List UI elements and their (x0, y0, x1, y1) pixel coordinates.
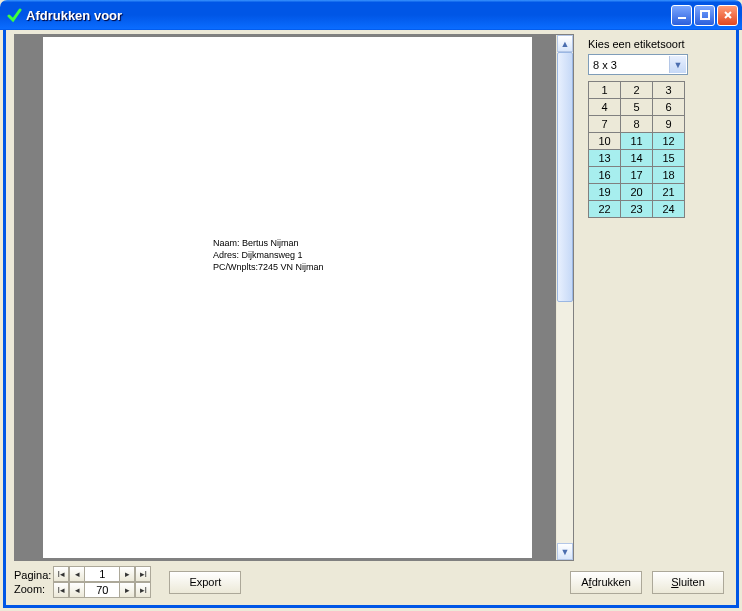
label-cell-18[interactable]: 18 (653, 167, 685, 184)
scroll-thumb[interactable] (557, 52, 573, 302)
zoom-label: Zoom: (14, 583, 51, 595)
export-label: Export (189, 576, 221, 588)
label-cell-16[interactable]: 16 (589, 167, 621, 184)
footer-bar: Pagina: Zoom: І◂ ◂ 1 ▸ ▸І І◂ ◂ 70 ▸ ▸І (14, 561, 730, 599)
zoom-prev-button[interactable]: ◂ (69, 582, 85, 598)
page-pager: І◂ ◂ 1 ▸ ▸І (53, 566, 151, 582)
print-button[interactable]: Afdrukken (570, 571, 642, 594)
zoom-value: 70 (85, 582, 119, 598)
svg-rect-1 (701, 11, 709, 19)
label-sidebar: Kies een etiketsoort 8 x 3 ▼ 12345678910… (580, 34, 730, 561)
label-cell-1[interactable]: 1 (589, 82, 621, 99)
zoom-next-button[interactable]: ▸ (119, 582, 135, 598)
label-cell-7[interactable]: 7 (589, 116, 621, 133)
label-cell-13[interactable]: 13 (589, 150, 621, 167)
label-cell-11[interactable]: 11 (621, 133, 653, 150)
label-cell-12[interactable]: 12 (653, 133, 685, 150)
label-cell-10[interactable]: 10 (589, 133, 621, 150)
label-cell-20[interactable]: 20 (621, 184, 653, 201)
label-cell-14[interactable]: 14 (621, 150, 653, 167)
page-label: Pagina: (14, 569, 51, 581)
label-cell-23[interactable]: 23 (621, 201, 653, 218)
zoom-pager: І◂ ◂ 70 ▸ ▸І (53, 582, 151, 598)
zoom-first-button[interactable]: І◂ (53, 582, 69, 598)
label-type-dropdown[interactable]: 8 x 3 ▼ (588, 54, 688, 75)
label-cell-5[interactable]: 5 (621, 99, 653, 116)
scroll-down-button[interactable]: ▼ (557, 543, 573, 560)
svg-rect-0 (678, 17, 686, 19)
export-button[interactable]: Export (169, 571, 241, 594)
preview-line-postal: PC/Wnplts:7245 VN Nijman (213, 261, 324, 273)
label-cell-19[interactable]: 19 (589, 184, 621, 201)
window-title: Afdrukken voor (26, 8, 671, 23)
print-preview: Naam: Bertus Nijman Adres: Dijkmansweg 1… (14, 34, 574, 561)
label-cell-2[interactable]: 2 (621, 82, 653, 99)
label-cell-15[interactable]: 15 (653, 150, 685, 167)
label-cell-4[interactable]: 4 (589, 99, 621, 116)
label-preview-text: Naam: Bertus Nijman Adres: Dijkmansweg 1… (213, 237, 324, 273)
zoom-last-button[interactable]: ▸І (135, 582, 151, 598)
page-first-button[interactable]: І◂ (53, 566, 69, 582)
label-type-value: 8 x 3 (593, 59, 617, 71)
close-dialog-button[interactable]: Sluiten (652, 571, 724, 594)
app-icon (6, 7, 22, 23)
page-prev-button[interactable]: ◂ (69, 566, 85, 582)
maximize-button[interactable] (694, 5, 715, 26)
preview-line-address: Adres: Dijkmansweg 1 (213, 249, 324, 261)
label-cell-3[interactable]: 3 (653, 82, 685, 99)
page-value: 1 (85, 566, 119, 582)
scroll-up-button[interactable]: ▲ (557, 35, 573, 52)
label-cell-6[interactable]: 6 (653, 99, 685, 116)
page-next-button[interactable]: ▸ (119, 566, 135, 582)
preview-scrollbar[interactable]: ▲ ▼ (556, 35, 573, 560)
minimize-button[interactable] (671, 5, 692, 26)
chevron-down-icon: ▼ (669, 56, 686, 73)
preview-line-name: Naam: Bertus Nijman (213, 237, 324, 249)
close-button[interactable] (717, 5, 738, 26)
titlebar: Afdrukken voor (0, 0, 742, 30)
label-cell-21[interactable]: 21 (653, 184, 685, 201)
label-cell-22[interactable]: 22 (589, 201, 621, 218)
scroll-track[interactable] (557, 52, 573, 543)
label-cell-9[interactable]: 9 (653, 116, 685, 133)
label-type-heading: Kies een etiketsoort (588, 38, 726, 50)
preview-page: Naam: Bertus Nijman Adres: Dijkmansweg 1… (43, 37, 532, 558)
label-grid: 123456789101112131415161718192021222324 (588, 81, 685, 218)
page-last-button[interactable]: ▸І (135, 566, 151, 582)
label-cell-24[interactable]: 24 (653, 201, 685, 218)
label-cell-8[interactable]: 8 (621, 116, 653, 133)
label-cell-17[interactable]: 17 (621, 167, 653, 184)
